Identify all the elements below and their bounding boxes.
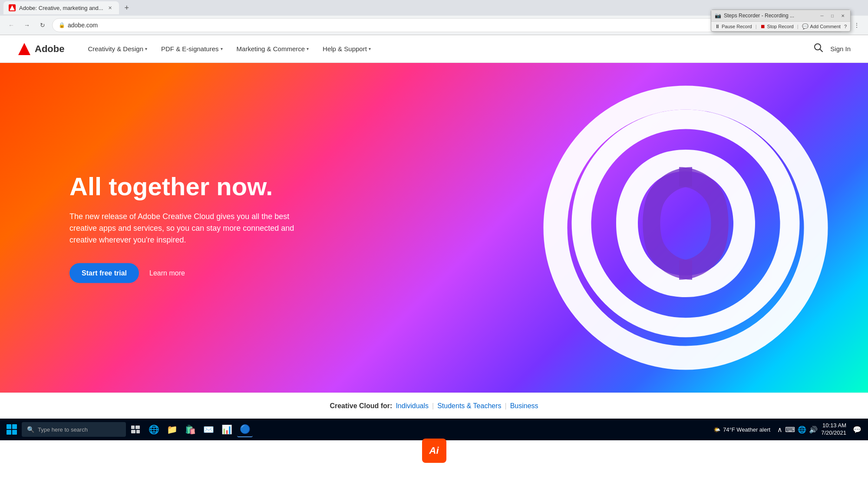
notification-center-button[interactable]: 💬 (850, 422, 865, 437)
clock-date: 7/20/2021 (821, 429, 846, 437)
adobe-logo-text: Adobe (35, 43, 64, 55)
footer-students-link[interactable]: Students & Teachers (437, 402, 501, 410)
nav-item-help-support[interactable]: Help & Support ▾ (317, 42, 377, 56)
sr-close-button[interactable]: ✕ (839, 12, 847, 20)
creative-cloud-logo (538, 80, 833, 375)
hero-buttons: Start free trial Learn more (69, 263, 295, 283)
svg-rect-7 (135, 426, 140, 429)
chevron-down-icon: ▾ (145, 46, 147, 51)
adobe-website: Adobe Creativity & Design ▾ PDF & E-sign… (0, 35, 868, 419)
address-text: adobe.com (68, 22, 98, 29)
adobe-logo[interactable]: Adobe (17, 42, 64, 56)
app-icon[interactable]: 📊 (219, 422, 234, 437)
svg-rect-6 (131, 426, 135, 429)
weather-widget[interactable]: 🌤️ 74°F Weather alert (710, 426, 774, 433)
footer-business-link[interactable]: Business (510, 402, 538, 410)
sr-minimize-button[interactable]: ─ (818, 12, 826, 20)
chevron-down-icon: ▾ (221, 46, 223, 51)
browser-tab[interactable]: Adobe: Creative, marketing and... ✕ (3, 1, 119, 14)
sr-maximize-button[interactable]: □ (828, 12, 836, 20)
back-button[interactable]: ← (5, 19, 17, 31)
mail-icon[interactable]: ✉️ (201, 422, 216, 437)
svg-line-3 (820, 49, 822, 52)
steps-recorder-window: 📷 Steps Recorder - Recording ... ─ □ ✕ ⏸… (711, 10, 851, 32)
taskbar-search-placeholder: Type here to search (38, 426, 88, 433)
svg-marker-1 (18, 43, 30, 55)
search-button[interactable] (814, 43, 823, 55)
search-icon (814, 43, 823, 52)
tab-close-button[interactable]: ✕ (107, 4, 114, 11)
volume-icon[interactable]: 🔊 (809, 426, 818, 434)
hero-section: All together now. The new release of Ado… (0, 63, 868, 393)
main-nav: Adobe Creativity & Design ▾ PDF & E-sign… (0, 35, 868, 63)
add-comment-button[interactable]: 💬 Add Comment (802, 23, 841, 29)
hero-content: All together now. The new release of Ado… (69, 173, 295, 283)
nav-item-marketing-commerce[interactable]: Marketing & Commerce ▾ (231, 42, 315, 56)
lock-icon: 🔒 (59, 22, 65, 28)
taskbar-icons: 🌐 📁 🛍️ ✉️ 📊 🔵 (128, 422, 253, 437)
system-clock[interactable]: 10:13 AM 7/20/2021 (821, 422, 846, 437)
sr-icon: 📷 (715, 13, 721, 19)
stop-record-button[interactable]: ⏹ Stop Record (760, 23, 794, 29)
edge-taskbar-icon[interactable]: 🌐 (146, 422, 162, 437)
new-tab-button[interactable]: + (121, 2, 133, 14)
sr-title: Steps Recorder - Recording ... (724, 13, 815, 19)
sr-titlebar: 📷 Steps Recorder - Recording ... ─ □ ✕ (711, 10, 850, 22)
reload-button[interactable]: ↻ (36, 19, 49, 31)
tab-title: Adobe: Creative, marketing and... (19, 5, 103, 11)
nav-item-creativity-design[interactable]: Creativity & Design ▾ (82, 42, 153, 56)
weather-text: 74°F Weather alert (723, 426, 770, 433)
hero-subtitle: The new release of Adobe Creative Cloud … (69, 210, 295, 246)
chevron-down-icon: ▾ (369, 46, 371, 51)
pause-icon: ⏸ (715, 23, 720, 29)
stop-icon: ⏹ (760, 23, 766, 29)
help-button[interactable]: ? (844, 24, 847, 29)
extensions-button[interactable]: ⋮ (851, 19, 863, 31)
system-tray: ∧ ⌨ 🌐 🔊 (777, 426, 818, 434)
ai-badge[interactable]: Ai (422, 439, 446, 463)
clock-time: 10:13 AM (821, 422, 846, 429)
learn-more-link[interactable]: Learn more (149, 269, 185, 277)
keyboard-icon[interactable]: ⌨ (785, 426, 795, 434)
hero-title: All together now. (69, 173, 295, 200)
taskbar-search-icon: 🔍 (27, 426, 34, 433)
store-icon[interactable]: 🛍️ (182, 422, 198, 437)
sr-controls: ⏸ Pause Record | ⏹ Stop Record | 💬 Add C… (711, 22, 850, 31)
windows-taskbar: 🔍 Type here to search 🌐 📁 🛍️ ✉️ (0, 419, 868, 440)
cc-logo-svg (538, 80, 833, 375)
forward-button[interactable]: → (21, 19, 33, 31)
nav-links: Creativity & Design ▾ PDF & E-signatures… (82, 42, 814, 56)
start-free-trial-button[interactable]: Start free trial (69, 263, 139, 283)
footer-bar: Creative Cloud for: Individuals | Studen… (0, 393, 868, 419)
task-view-icon (131, 426, 140, 433)
footer-individuals-link[interactable]: Individuals (396, 402, 429, 410)
tab-favicon (9, 4, 16, 11)
expand-tray-icon[interactable]: ∧ (777, 426, 782, 434)
comment-icon: 💬 (802, 23, 809, 29)
nav-item-pdf-esignatures[interactable]: PDF & E-signatures ▾ (155, 42, 229, 56)
weather-icon: 🌤️ (713, 426, 720, 433)
chrome-taskbar-icon[interactable]: 🔵 (237, 422, 253, 437)
svg-marker-0 (10, 5, 15, 10)
notification-icon: 💬 (853, 426, 861, 434)
taskbar-search[interactable]: 🔍 Type here to search (22, 422, 126, 437)
nav-right: Sign In (814, 43, 851, 55)
svg-rect-9 (136, 430, 140, 433)
adobe-logo-icon (17, 42, 31, 56)
cc-for-label: Creative Cloud for: (330, 402, 392, 410)
taskbar-right: 🌤️ 74°F Weather alert ∧ ⌨ 🌐 🔊 10:13 AM 7… (710, 422, 865, 437)
windows-icon (7, 424, 17, 435)
pause-record-button[interactable]: ⏸ Pause Record (715, 23, 752, 29)
sign-in-button[interactable]: Sign In (830, 45, 851, 52)
chevron-down-icon: ▾ (307, 46, 309, 51)
network-icon[interactable]: 🌐 (798, 426, 806, 434)
task-view-button[interactable] (128, 422, 143, 437)
svg-rect-8 (131, 430, 135, 433)
file-explorer-icon[interactable]: 📁 (164, 422, 180, 437)
browser-right-controls: ⋮ (851, 19, 863, 31)
start-button[interactable] (3, 421, 20, 438)
